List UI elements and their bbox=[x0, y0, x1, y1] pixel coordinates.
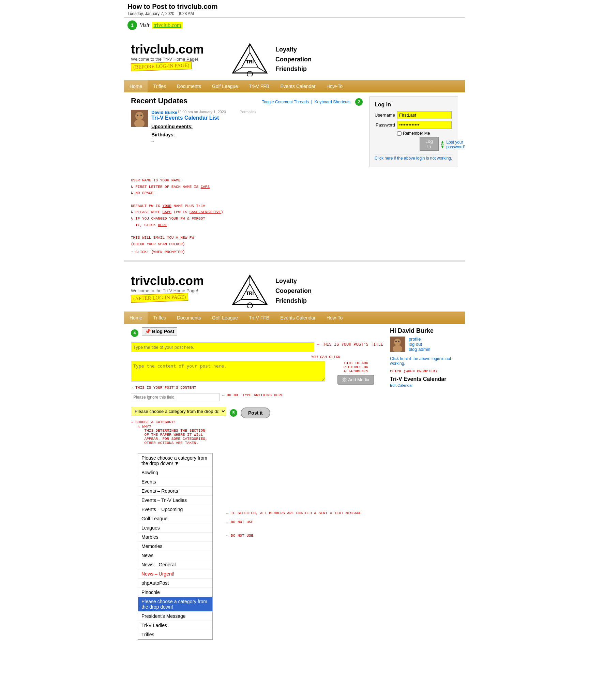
list-item-events-upcoming[interactable]: Events – Upcoming bbox=[138, 505, 212, 514]
blog-title-input[interactable] bbox=[131, 342, 314, 352]
post-item: David Burke 12:00 am on January 1, 2020 … bbox=[131, 110, 363, 144]
blog-title-row: → THIS IS YOUR POST'S TITLE bbox=[131, 342, 383, 352]
post-title-link[interactable]: Tri-V Events Calendar List bbox=[151, 115, 219, 121]
post-title[interactable]: Tri-V Events Calendar List bbox=[151, 115, 256, 121]
site-branding: trivclub.com Welcome to the Tri-V Home P… bbox=[131, 39, 204, 70]
list-item[interactable]: Events bbox=[138, 477, 212, 487]
nav-ffb[interactable]: Tri-V FFB bbox=[243, 80, 275, 92]
edit-calendar-link[interactable]: Edit Calendar bbox=[390, 383, 413, 387]
upcoming-label: Upcoming events: bbox=[151, 124, 256, 129]
list-item-leagues[interactable]: Leagues bbox=[138, 523, 212, 533]
category-select[interactable]: Please choose a category from the drop d… bbox=[131, 407, 226, 416]
phpAutoPost-note: ← DO NOT USE bbox=[226, 520, 361, 524]
list-item[interactable]: Bowling bbox=[138, 468, 212, 477]
remember-checkbox[interactable] bbox=[397, 131, 402, 136]
dropdown-list[interactable]: Please choose a category from the drop d… bbox=[138, 453, 213, 640]
logout-link[interactable]: log out bbox=[409, 342, 431, 347]
svg-point-22 bbox=[395, 341, 397, 342]
nav-trifles-2[interactable]: Trifles bbox=[148, 312, 171, 324]
nav-home-2[interactable]: Home bbox=[124, 312, 148, 324]
visit-link[interactable]: trivclub.com bbox=[152, 22, 182, 29]
profile-link[interactable]: profile bbox=[409, 337, 431, 342]
list-item-news-urgent[interactable]: News – Urgent! bbox=[138, 569, 212, 579]
nav-ffb-2[interactable]: Tri-V FFB bbox=[243, 312, 275, 324]
blog-content-input[interactable] bbox=[131, 361, 325, 382]
nav-bar: Home Trifles Documents Golf League Tri-V… bbox=[124, 80, 465, 92]
list-item-trifles[interactable]: Trifles bbox=[138, 630, 212, 639]
list-item[interactable]: Events – Tri-V Ladies bbox=[138, 496, 212, 505]
birthdays-label: Birthdays: bbox=[151, 132, 256, 137]
keyboard-shortcuts[interactable]: Keyboard Shortcuts bbox=[315, 100, 350, 104]
site-name: trivclub.com bbox=[131, 42, 204, 57]
list-item-placeholder-selected[interactable]: Please choose a category from the drop d… bbox=[138, 597, 212, 612]
nav-home[interactable]: Home bbox=[124, 80, 148, 92]
nav-documents[interactable]: Documents bbox=[171, 80, 207, 92]
user-avatar bbox=[390, 337, 405, 353]
nav-golf[interactable]: Golf League bbox=[207, 80, 243, 92]
pin-icon: 📌 bbox=[145, 329, 151, 334]
login-annotations: USER NAME IS YOUR NAME ↳ FIRST LETTER OF… bbox=[131, 177, 465, 255]
nav-events[interactable]: Events Calendar bbox=[275, 80, 321, 92]
list-item-phpAutoPost[interactable]: phpAutoPost bbox=[138, 579, 212, 588]
login-not-working: Click here if the above login is not wor… bbox=[375, 154, 453, 162]
blog-admin-link[interactable]: blog admin bbox=[409, 347, 431, 352]
visit-label: Visit bbox=[140, 22, 149, 28]
nav-howto-2[interactable]: How-To bbox=[321, 312, 348, 324]
list-item-marbles[interactable]: Marbles bbox=[138, 533, 212, 542]
nav-documents-2[interactable]: Documents bbox=[171, 312, 207, 324]
password-input[interactable] bbox=[397, 121, 452, 129]
loyalty-2: Loyalty bbox=[275, 276, 312, 286]
spam-input[interactable] bbox=[131, 393, 220, 401]
site-name-2: trivclub.com bbox=[131, 274, 204, 288]
forgot-password-link[interactable]: Lost your password? bbox=[446, 140, 465, 149]
add-media-button[interactable]: 🖼 Add Media bbox=[337, 375, 374, 385]
step5-circle: 5 bbox=[230, 409, 237, 417]
list-item-presidents[interactable]: President's Message bbox=[138, 612, 212, 621]
selected-do-not-use-note: ← DO NOT USE bbox=[226, 534, 361, 538]
post-content: David Burke 12:00 am on January 1, 2020 … bbox=[151, 110, 256, 144]
nav-golf-2[interactable]: Golf League bbox=[207, 312, 243, 324]
login-note-text[interactable]: Click here if the above login is not wor… bbox=[375, 156, 452, 161]
sidebar-login-note[interactable]: Click here if the above login is not wor… bbox=[390, 356, 458, 366]
login-button[interactable]: Log In bbox=[420, 137, 439, 151]
site-branding-2: trivclub.com Welcome to the Tri-V Home P… bbox=[131, 270, 204, 302]
svg-point-10 bbox=[137, 115, 138, 116]
urgent-note: ← IF SELECTED, ALL MEMBERS ARE EMAILED &… bbox=[226, 511, 361, 515]
site-tagline-2: Welcome to the Tri-V Home Page! bbox=[131, 288, 204, 293]
post-author: David Burke bbox=[151, 110, 177, 115]
site-values-2: Loyalty Cooperation Friendship bbox=[272, 276, 312, 306]
doc-date: Tuesday, January 7, 2020 bbox=[127, 11, 174, 16]
list-item-memories[interactable]: Memories bbox=[138, 542, 212, 551]
birthdays-section: Birthdays: bbox=[151, 132, 256, 137]
list-item-news[interactable]: News bbox=[138, 551, 212, 560]
list-item[interactable]: Please choose a category from the drop d… bbox=[138, 453, 212, 468]
login-username-field: Username bbox=[375, 111, 453, 119]
list-item-news-general[interactable]: News – General bbox=[138, 560, 212, 569]
list-item-pinochle[interactable]: Pinochle bbox=[138, 588, 212, 597]
step3-circle: 3 bbox=[441, 141, 444, 148]
post-time: 12:00 am on January 1, 2020 bbox=[177, 110, 226, 115]
loyalty-text: Loyalty bbox=[275, 45, 312, 55]
tri-v-events-title: Tri-V Events Calendar bbox=[390, 376, 458, 382]
list-item-tri-v-ladies[interactable]: Tri-V Ladies bbox=[138, 621, 212, 630]
nav-trifles[interactable]: Trifles bbox=[148, 80, 171, 92]
step4-circle: 4 bbox=[131, 329, 138, 337]
svg-text:TRI: TRI bbox=[246, 291, 254, 296]
step2-circle-inline: 2 bbox=[355, 98, 363, 106]
post-it-button[interactable]: Post it bbox=[241, 407, 270, 418]
user-info: profile log out blog admin bbox=[390, 337, 458, 353]
site-values: Loyalty Cooperation Friendship bbox=[272, 45, 312, 74]
svg-point-8 bbox=[135, 112, 144, 120]
username-input[interactable] bbox=[397, 111, 452, 119]
nav-howto[interactable]: How-To bbox=[321, 80, 348, 92]
login-title: Log In bbox=[375, 102, 453, 108]
cooperation-2: Cooperation bbox=[275, 286, 312, 296]
nav-events-2[interactable]: Events Calendar bbox=[275, 312, 321, 324]
blog-main: 4 📌 Blog Post → THIS IS YOUR POST'S TITL… bbox=[131, 327, 383, 446]
toggle-comment-threads[interactable]: Toggle Comment Threads bbox=[262, 100, 309, 104]
list-item[interactable]: Events – Reports bbox=[138, 487, 212, 496]
svg-point-2 bbox=[247, 71, 253, 76]
post-permalink[interactable]: Permalink bbox=[240, 110, 256, 115]
upcoming-section: Upcoming events: bbox=[151, 124, 256, 129]
list-item-golf[interactable]: Golf League bbox=[138, 514, 212, 523]
